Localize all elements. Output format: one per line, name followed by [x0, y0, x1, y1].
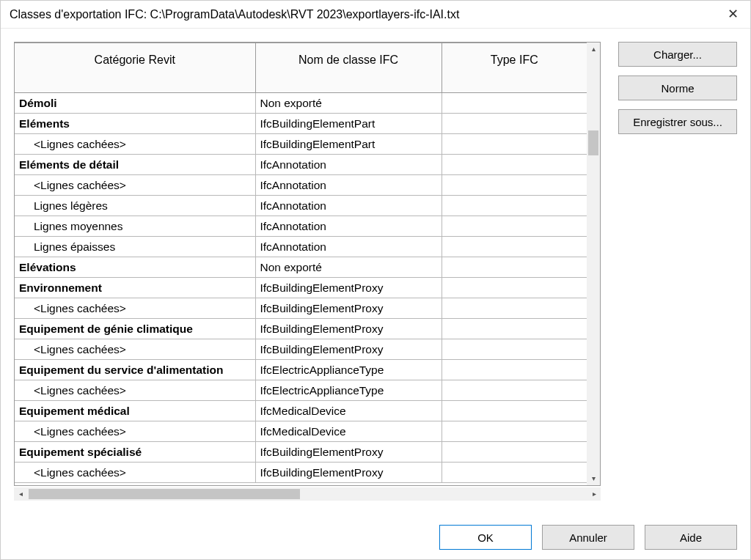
cell-ifc-class[interactable]: Non exporté	[255, 257, 442, 278]
cell-ifc-class[interactable]: IfcBuildingElementProxy	[255, 278, 442, 298]
cell-ifc-class[interactable]: IfcBuildingElementPart	[255, 114, 442, 134]
table-row[interactable]: ElémentsIfcBuildingElementPart	[15, 114, 587, 134]
cell-category[interactable]: Lignes épaisses	[15, 237, 255, 257]
cell-ifc-type[interactable]	[442, 196, 587, 216]
cell-category[interactable]: Environnement	[15, 278, 255, 298]
cell-ifc-class[interactable]: IfcBuildingElementProxy	[255, 339, 442, 360]
cell-ifc-type[interactable]	[442, 257, 587, 278]
table-row[interactable]: <Lignes cachées>IfcMedicalDevice	[15, 421, 587, 442]
table-row[interactable]: EnvironnementIfcBuildingElementProxy	[15, 278, 587, 298]
cell-ifc-class[interactable]: IfcBuildingElementProxy	[255, 463, 442, 483]
cell-ifc-class[interactable]: IfcBuildingElementProxy	[255, 298, 442, 319]
cell-category[interactable]: Eléments	[15, 114, 255, 134]
cell-ifc-class[interactable]: IfcBuildingElementProxy	[255, 319, 442, 339]
cell-category[interactable]: <Lignes cachées>	[15, 339, 255, 360]
cell-category[interactable]: <Lignes cachées>	[15, 421, 255, 442]
table-row[interactable]: <Lignes cachées>IfcElectricApplianceType	[15, 380, 587, 401]
cell-category[interactable]: Equipement du service d'alimentation	[15, 360, 255, 380]
table-row[interactable]: Eléments de détailIfcAnnotation	[15, 155, 587, 175]
help-button[interactable]: Aide	[645, 525, 737, 550]
cell-ifc-type[interactable]	[442, 380, 587, 401]
cell-ifc-type[interactable]	[442, 401, 587, 421]
ok-button[interactable]: OK	[439, 525, 532, 550]
cell-ifc-class[interactable]: IfcAnnotation	[255, 175, 442, 196]
cell-ifc-type[interactable]	[442, 278, 587, 298]
table-row[interactable]: ElévationsNon exporté	[15, 257, 587, 278]
cell-category[interactable]: Lignes légères	[15, 196, 255, 216]
cell-ifc-class[interactable]: IfcElectricApplianceType	[255, 360, 442, 380]
cell-ifc-class[interactable]: IfcMedicalDevice	[255, 401, 442, 421]
table-header-row: Catégorie Revit Nom de classe IFC Type I…	[15, 43, 587, 93]
cell-category[interactable]: Equipement spécialisé	[15, 442, 255, 463]
grid-container: Catégorie Revit Nom de classe IFC Type I…	[14, 42, 601, 486]
standard-button[interactable]: Norme	[618, 75, 737, 100]
table-row[interactable]: <Lignes cachées>IfcBuildingElementProxy	[15, 463, 587, 483]
cell-ifc-type[interactable]	[442, 319, 587, 339]
save-as-button[interactable]: Enregistrer sous...	[618, 109, 737, 134]
cell-ifc-type[interactable]	[442, 360, 587, 380]
cell-category[interactable]: Elévations	[15, 257, 255, 278]
cell-ifc-type[interactable]	[442, 134, 587, 155]
cell-ifc-class[interactable]: IfcAnnotation	[255, 216, 442, 237]
cell-category[interactable]: Eléments de détail	[15, 155, 255, 175]
cell-ifc-class[interactable]: IfcAnnotation	[255, 237, 442, 257]
column-header-category[interactable]: Catégorie Revit	[15, 43, 255, 93]
cell-ifc-class[interactable]: IfcElectricApplianceType	[255, 380, 442, 401]
table-area: Catégorie Revit Nom de classe IFC Type I…	[14, 42, 601, 515]
cell-category[interactable]: <Lignes cachées>	[15, 298, 255, 319]
cell-category[interactable]: Démoli	[15, 93, 255, 114]
cell-ifc-type[interactable]	[442, 298, 587, 319]
cancel-button[interactable]: Annuler	[542, 525, 634, 550]
cell-category[interactable]: <Lignes cachées>	[15, 380, 255, 401]
cell-ifc-type[interactable]	[442, 114, 587, 134]
cell-ifc-class[interactable]: IfcAnnotation	[255, 196, 442, 216]
table-row[interactable]: <Lignes cachées>IfcAnnotation	[15, 175, 587, 196]
cell-ifc-type[interactable]	[442, 442, 587, 463]
table-row[interactable]: Equipement de génie climatiqueIfcBuildin…	[15, 319, 587, 339]
ifc-classes-table[interactable]: Catégorie Revit Nom de classe IFC Type I…	[15, 43, 587, 483]
cell-ifc-type[interactable]	[442, 93, 587, 114]
cell-ifc-type[interactable]	[442, 155, 587, 175]
column-header-ifc-class[interactable]: Nom de classe IFC	[255, 43, 442, 93]
scroll-right-icon[interactable]: ▸	[587, 487, 601, 501]
cell-ifc-class[interactable]: IfcMedicalDevice	[255, 421, 442, 442]
scroll-down-icon[interactable]: ▾	[587, 472, 600, 485]
horizontal-scroll-thumb[interactable]	[29, 489, 300, 499]
table-row[interactable]: <Lignes cachées>IfcBuildingElementProxy	[15, 339, 587, 360]
table-row[interactable]: Lignes épaissesIfcAnnotation	[15, 237, 587, 257]
load-button[interactable]: Charger...	[618, 42, 737, 67]
ifc-export-classes-dialog: Classes d'exportation IFC: C:\ProgramDat…	[0, 0, 751, 560]
table-row[interactable]: Equipement spécialiséIfcBuildingElementP…	[15, 442, 587, 463]
cell-category[interactable]: Equipement médical	[15, 401, 255, 421]
cell-ifc-type[interactable]	[442, 216, 587, 237]
cell-category[interactable]: <Lignes cachées>	[15, 175, 255, 196]
cell-ifc-class[interactable]: IfcAnnotation	[255, 155, 442, 175]
scroll-left-icon[interactable]: ◂	[14, 487, 27, 501]
cell-category[interactable]: <Lignes cachées>	[15, 463, 255, 483]
cell-ifc-type[interactable]	[442, 175, 587, 196]
cell-ifc-type[interactable]	[442, 237, 587, 257]
cell-ifc-class[interactable]: IfcBuildingElementPart	[255, 134, 442, 155]
table-row[interactable]: Equipement du service d'alimentationIfcE…	[15, 360, 587, 380]
horizontal-scrollbar[interactable]: ◂ ▸	[14, 487, 601, 501]
cell-ifc-class[interactable]: IfcBuildingElementProxy	[255, 442, 442, 463]
table-row[interactable]: <Lignes cachées>IfcBuildingElementPart	[15, 134, 587, 155]
vertical-scroll-thumb[interactable]	[588, 130, 598, 155]
column-header-ifc-type[interactable]: Type IFC	[442, 43, 587, 93]
close-icon[interactable]: ✕	[724, 6, 741, 23]
cell-category[interactable]: Lignes moyennes	[15, 216, 255, 237]
table-row[interactable]: Equipement médicalIfcMedicalDevice	[15, 401, 587, 421]
vertical-scrollbar[interactable]: ▴ ▾	[587, 43, 600, 485]
titlebar: Classes d'exportation IFC: C:\ProgramDat…	[1, 1, 750, 29]
cell-ifc-type[interactable]	[442, 421, 587, 442]
table-row[interactable]: DémoliNon exporté	[15, 93, 587, 114]
cell-category[interactable]: Equipement de génie climatique	[15, 319, 255, 339]
scroll-up-icon[interactable]: ▴	[587, 43, 600, 56]
cell-ifc-type[interactable]	[442, 463, 587, 483]
cell-ifc-class[interactable]: Non exporté	[255, 93, 442, 114]
table-row[interactable]: <Lignes cachées>IfcBuildingElementProxy	[15, 298, 587, 319]
table-row[interactable]: Lignes légèresIfcAnnotation	[15, 196, 587, 216]
cell-category[interactable]: <Lignes cachées>	[15, 134, 255, 155]
table-row[interactable]: Lignes moyennesIfcAnnotation	[15, 216, 587, 237]
cell-ifc-type[interactable]	[442, 339, 587, 360]
